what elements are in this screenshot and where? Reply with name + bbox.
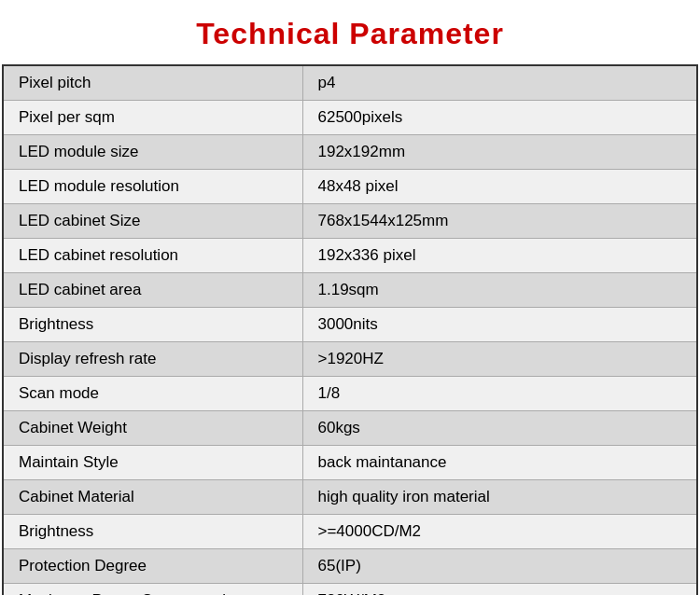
table-row: LED cabinet resolution192x336 pixel [4, 239, 696, 273]
table-row: Maximum Power Consumpution780W/M2 [4, 584, 696, 596]
param-label: Cabinet Weight [4, 411, 302, 446]
param-label: LED cabinet area [4, 273, 302, 308]
param-label: LED cabinet resolution [4, 239, 302, 273]
table-row: LED module size192x192mm [4, 135, 696, 170]
param-value: 65(IP) [302, 549, 696, 584]
param-value: 60kgs [302, 411, 696, 446]
page-container: Technical Parameter Pixel pitchp4Pixel p… [0, 0, 700, 595]
param-value: 768x1544x125mm [302, 204, 696, 239]
param-value: 780W/M2 [302, 584, 696, 596]
param-label: Pixel pitch [4, 66, 302, 101]
param-value: 1/8 [302, 377, 696, 411]
param-label: LED module size [4, 135, 302, 170]
param-value: >=4000CD/M2 [302, 515, 696, 549]
table-row: Protection Degree65(IP) [4, 549, 696, 584]
table-row: Pixel per sqm62500pixels [4, 101, 696, 135]
param-label: Display refresh rate [4, 342, 302, 377]
param-label: Brightness [4, 515, 302, 549]
param-label: LED cabinet Size [4, 204, 302, 239]
table-row: Display refresh rate>1920HZ [4, 342, 696, 377]
param-label: Scan mode [4, 377, 302, 411]
table-row: LED cabinet Size768x1544x125mm [4, 204, 696, 239]
param-label: Brightness [4, 308, 302, 342]
technical-parameter-table: Pixel pitchp4Pixel per sqm62500pixelsLED… [4, 66, 696, 595]
table-row: Cabinet Materialhigh quality iron materi… [4, 480, 696, 515]
page-title: Technical Parameter [0, 0, 700, 64]
param-value: 3000nits [302, 308, 696, 342]
table-container: Pixel pitchp4Pixel per sqm62500pixelsLED… [2, 64, 698, 595]
param-value: high quality iron material [302, 480, 696, 515]
param-value: back maintanance [302, 446, 696, 480]
table-row: LED cabinet area1.19sqm [4, 273, 696, 308]
param-label: Maintain Style [4, 446, 302, 480]
table-row: Maintain Styleback maintanance [4, 446, 696, 480]
table-row: Scan mode1/8 [4, 377, 696, 411]
table-row: Pixel pitchp4 [4, 66, 696, 101]
param-value: 192x192mm [302, 135, 696, 170]
table-row: Brightness>=4000CD/M2 [4, 515, 696, 549]
param-label: LED module resolution [4, 170, 302, 204]
table-row: Brightness3000nits [4, 308, 696, 342]
table-row: Cabinet Weight60kgs [4, 411, 696, 446]
param-value: >1920HZ [302, 342, 696, 377]
param-value: p4 [302, 66, 696, 101]
table-row: LED module resolution48x48 pixel [4, 170, 696, 204]
param-label: Pixel per sqm [4, 101, 302, 135]
param-value: 62500pixels [302, 101, 696, 135]
param-value: 192x336 pixel [302, 239, 696, 273]
param-label: Maximum Power Consumpution [4, 584, 302, 596]
param-value: 1.19sqm [302, 273, 696, 308]
param-value: 48x48 pixel [302, 170, 696, 204]
param-label: Protection Degree [4, 549, 302, 584]
param-label: Cabinet Material [4, 480, 302, 515]
